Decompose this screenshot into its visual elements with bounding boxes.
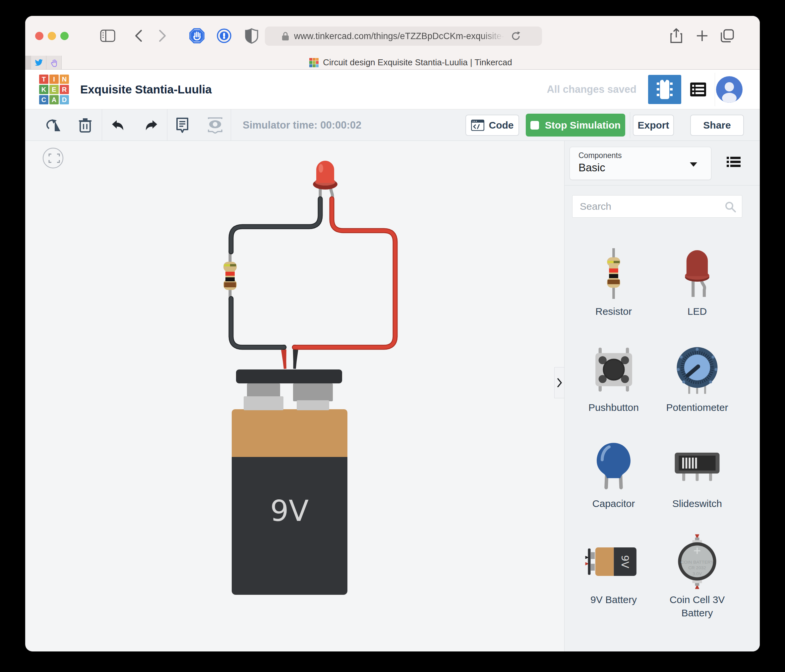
toolbar-separator	[102, 109, 102, 141]
hand-icon	[50, 58, 58, 67]
palette-item-pushbutton[interactable]: Pushbutton	[572, 338, 655, 434]
forward-button[interactable]	[158, 16, 166, 56]
zoom-to-fit-button[interactable]	[43, 148, 63, 168]
coin-cell-text-line2: CR 2032	[688, 565, 706, 570]
rotate-button[interactable]	[46, 109, 62, 141]
export-button[interactable]: Export	[633, 115, 674, 136]
chip-icon	[655, 78, 674, 100]
component-list-view-button[interactable]	[683, 75, 713, 104]
slideswitch-icon	[672, 449, 722, 482]
palette-item-label: Capacitor	[593, 497, 635, 510]
search-icon	[724, 200, 737, 213]
simulator-time: Simulator time: 00:00:02	[242, 109, 361, 141]
share-button[interactable]: Share	[690, 115, 744, 136]
tab-title: Circuit design Exquisite Stantia-Luulia …	[323, 57, 512, 67]
undo-button[interactable]	[110, 109, 125, 141]
circuits-view-button[interactable]	[648, 75, 681, 104]
components-sidebar: Components Basic	[564, 141, 760, 652]
user-avatar[interactable]	[716, 76, 743, 103]
list-view-icon	[690, 82, 707, 97]
design-title[interactable]: Exquisite Stantia-Luulia	[80, 70, 212, 109]
component-list-toggle[interactable]	[727, 156, 741, 169]
tinkercad-favicon	[309, 58, 319, 67]
palette-item-slideswitch[interactable]: Slideswitch	[655, 434, 739, 530]
coin-cell-text-line3: 3.0V	[693, 571, 702, 576]
content-blocker-extension-icon[interactable]	[189, 16, 205, 56]
search-input[interactable]	[572, 195, 742, 217]
capacitor-icon	[594, 440, 633, 491]
components-label: Components	[579, 151, 711, 160]
palette-item-label: Potentiometer	[666, 401, 728, 414]
twitter-icon	[34, 58, 43, 67]
tab-bar-margin	[25, 56, 31, 69]
component-palette: Resistor LED	[565, 218, 760, 626]
battery-icon-label: 9V	[619, 555, 630, 568]
save-status: All changes saved	[547, 70, 636, 109]
tab-overview-icon[interactable]	[720, 16, 735, 56]
address-bar[interactable]: www.tinkercad.com/things/eTZZBpDcCKm-exq…	[265, 27, 542, 46]
tinkercad-logo[interactable]: T I N K E R C A D	[39, 75, 69, 105]
pinned-tab-hand-app[interactable]	[46, 56, 62, 69]
header-divider	[715, 73, 715, 106]
circuit-canvas[interactable]: 9V	[25, 141, 564, 652]
back-button[interactable]	[134, 16, 142, 56]
palette-item-coin-cell[interactable]: COIN BATTERY CR 2032 3.0V Coin Cell 3V B…	[655, 530, 739, 626]
led[interactable]	[313, 161, 338, 189]
url-text: www.tinkercad.com/things/eTZZBpDcCKm-exq…	[294, 31, 506, 41]
reload-icon[interactable]	[510, 30, 521, 42]
active-tab[interactable]: Circuit design Exquisite Stantia-Luulia …	[62, 56, 760, 69]
delete-button[interactable]	[78, 109, 92, 141]
battery-9v[interactable]: 9V	[232, 369, 347, 595]
palette-item-label: Resistor	[596, 305, 632, 318]
palette-item-label: 9V Battery	[590, 593, 637, 606]
sidebar-toggle-icon[interactable]	[100, 16, 115, 56]
battery-9v-icon: 9V	[585, 543, 643, 580]
stop-button-label: Stop Simulation	[545, 120, 621, 131]
wires[interactable]	[231, 199, 395, 347]
palette-item-potentiometer[interactable]: Potentiometer	[655, 338, 739, 434]
minimize-window-button[interactable]	[48, 32, 56, 40]
stop-simulation-button[interactable]: Stop Simulation	[526, 114, 625, 136]
toolbar-separator	[231, 109, 231, 141]
code-button[interactable]: Code	[465, 115, 519, 136]
sidebar-header: Components Basic	[565, 141, 760, 186]
led-icon	[682, 248, 712, 299]
share-button-label: Share	[703, 120, 730, 131]
redo-button[interactable]	[144, 109, 159, 141]
component-leads	[230, 186, 333, 300]
annotations-button[interactable]	[175, 109, 189, 141]
password-manager-extension-icon[interactable]	[216, 16, 232, 56]
resistor[interactable]	[224, 262, 237, 290]
visibility-button[interactable]	[207, 109, 224, 141]
palette-item-resistor[interactable]: Resistor	[572, 242, 655, 338]
main-area: 9V	[25, 141, 760, 652]
coin-cell-text-line1: COIN BATTERY	[680, 559, 713, 565]
editor-toolbar: Simulator time: 00:00:02 Code Stop Simul…	[25, 109, 760, 141]
resistor-icon	[605, 248, 622, 299]
components-category-dropdown[interactable]: Components Basic	[569, 147, 712, 180]
coin-cell-icon: COIN BATTERY CR 2032 3.0V	[676, 534, 718, 589]
palette-item-capacitor[interactable]: Capacitor	[572, 434, 655, 530]
new-tab-icon[interactable]	[696, 16, 709, 56]
pinned-tab-twitter[interactable]	[31, 56, 46, 69]
close-window-button[interactable]	[35, 32, 44, 40]
code-button-label: Code	[489, 120, 514, 131]
traffic-lights	[35, 32, 69, 40]
palette-item-label: Slideswitch	[672, 497, 722, 510]
sidebar-collapse-handle[interactable]	[554, 367, 565, 398]
palette-item-label: Pushbutton	[588, 401, 639, 414]
tab-bar: Circuit design Exquisite Stantia-Luulia …	[25, 56, 760, 70]
zoom-window-button[interactable]	[60, 32, 69, 40]
privacy-shield-extension-icon[interactable]	[245, 16, 258, 56]
palette-item-label: LED	[688, 305, 707, 318]
potentiometer-icon	[672, 345, 722, 394]
palette-item-led[interactable]: LED	[655, 242, 739, 338]
component-search	[572, 195, 742, 218]
palette-item-9v-battery[interactable]: 9V 9V Battery	[572, 530, 655, 626]
code-icon	[471, 120, 484, 131]
chevron-right-icon	[557, 378, 562, 388]
share-icon[interactable]	[670, 16, 683, 56]
export-button-label: Export	[638, 120, 669, 131]
toolbar-separator	[630, 112, 630, 138]
palette-item-label: Coin Cell 3V Battery	[657, 593, 737, 620]
